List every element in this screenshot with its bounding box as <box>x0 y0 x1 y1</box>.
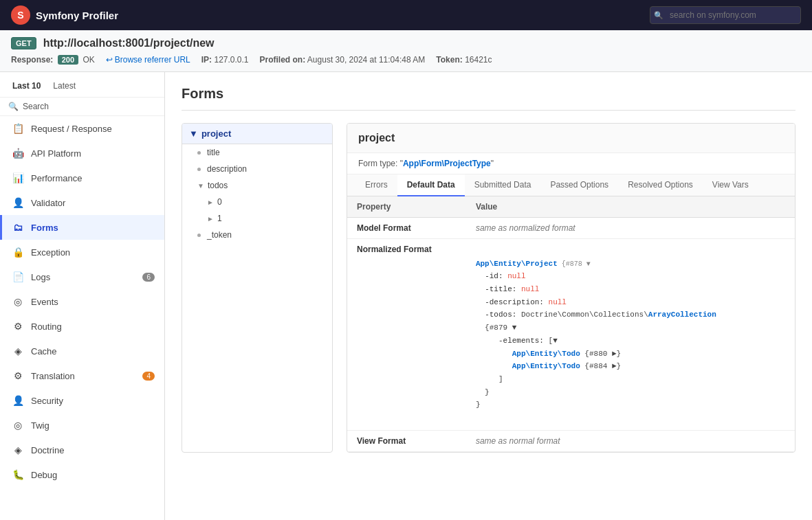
sidebar-item-logs[interactable]: 📄Logs6 <box>0 264 164 289</box>
tab-view-vars[interactable]: View Vars <box>703 174 758 196</box>
tab-last10[interactable]: Last 10 <box>8 79 45 93</box>
sidebar-label-performance: Performance <box>31 173 82 183</box>
tree-item-token[interactable]: _token <box>182 227 332 243</box>
val-model-format: same as normalized format <box>466 218 795 239</box>
expand-icon: ► <box>207 215 214 223</box>
twig-icon: ◎ <box>12 419 24 431</box>
tab-latest[interactable]: Latest <box>49 79 80 93</box>
tree-item-0[interactable]: ► 0 <box>182 194 332 210</box>
tab-passed-options[interactable]: Passed Options <box>540 174 618 196</box>
tab-errors[interactable]: Errors <box>355 174 397 196</box>
sidebar-item-routing[interactable]: ⚙Routing <box>0 314 164 339</box>
collapse-icon: ▼ <box>189 128 198 139</box>
todo-884-link[interactable]: App\Entity\Todo <box>512 362 580 370</box>
routing-icon: ⚙ <box>12 320 24 332</box>
app-logo: S Symfony Profiler <box>11 5 118 25</box>
sidebar-item-twig[interactable]: ◎Twig <box>0 413 164 438</box>
tree-item-todos[interactable]: ▼ todos <box>182 177 332 194</box>
prop-normalized-format: Normalized Format <box>347 239 466 431</box>
dot-icon <box>197 234 201 237</box>
debug-icon: 🐛 <box>12 468 24 481</box>
api-platform-icon: 🤖 <box>12 147 24 159</box>
ip-display: IP: 127.0.0.1 <box>201 55 249 65</box>
tree-item-1[interactable]: ► 1 <box>182 210 332 227</box>
app-title: Symfony Profiler <box>36 10 118 21</box>
expand-icon: ► <box>207 199 214 206</box>
form-type-link[interactable]: App\Form\ProjectType <box>403 159 491 168</box>
security-icon: 👤 <box>12 394 24 407</box>
browse-referrer-link[interactable]: ↩ Browse referrer URL <box>106 55 190 65</box>
tree-item-description[interactable]: description <box>182 161 332 177</box>
sidebar-item-api-platform[interactable]: 🤖API Platform <box>0 141 164 166</box>
sidebar-item-doctrine[interactable]: ◈Doctrine <box>0 438 164 462</box>
detail-title: project <box>347 124 795 153</box>
search-icon: 🔍 <box>8 102 19 111</box>
detail-panel: project Form type: "App\Form\ProjectType… <box>347 123 795 453</box>
todo-880-link[interactable]: App\Entity\Todo <box>512 350 580 358</box>
sidebar-item-exception[interactable]: 🔒Exception <box>0 240 164 264</box>
prop-model-format: Model Format <box>347 218 466 239</box>
sidebar-item-events[interactable]: ◎Events <box>0 289 164 314</box>
sidebar-label-twig: Twig <box>31 420 50 431</box>
tab-bar: ErrorsDefault DataSubmitted DataPassed O… <box>347 174 795 196</box>
val-normalized-format: App\Entity\Project {#878 ▼ -id: null -ti… <box>466 239 795 431</box>
doctrine-icon: ◈ <box>12 444 24 456</box>
sidebar-item-forms[interactable]: 🗂Forms <box>0 215 164 240</box>
detail-table: Property Value Model Format same as norm… <box>347 196 795 452</box>
sidebar-label-request-response: Request / Response <box>31 124 112 134</box>
request-response-icon: 📋 <box>12 122 24 135</box>
top-search-area <box>650 6 801 24</box>
badge-translation: 4 <box>142 372 155 381</box>
sidebar-label-api-platform: API Platform <box>31 148 81 159</box>
expand-icon: ▼ <box>197 182 204 190</box>
sidebar-item-validator[interactable]: 👤Validator <box>0 190 164 215</box>
sidebar-label-cache: Cache <box>31 346 57 357</box>
response-label: Response: 200 OK <box>11 55 95 65</box>
sidebar-item-cache[interactable]: ◈Cache <box>0 339 164 363</box>
status-code-badge: 200 <box>58 55 78 65</box>
request-url-text: http://localhost:8001/project/new <box>43 37 215 49</box>
sidebar-label-routing: Routing <box>31 321 62 332</box>
app-entity-project-link[interactable]: App\Entity\Project <box>476 260 558 268</box>
request-url-row: GET http://localhost:8001/project/new <box>11 37 801 49</box>
table-row: Model Format same as normalized format <box>347 218 795 239</box>
sidebar-item-security[interactable]: 👤Security <box>0 388 164 413</box>
col-property: Property <box>347 196 466 218</box>
tab-submitted-data[interactable]: Submitted Data <box>465 174 541 196</box>
token-display: Token: 16421c <box>436 55 492 65</box>
form-tree-root[interactable]: ▼ project <box>182 124 332 144</box>
cache-icon: ◈ <box>12 345 24 357</box>
logs-icon: 📄 <box>12 271 24 283</box>
badge-logs: 6 <box>142 273 155 282</box>
col-value: Value <box>466 196 795 218</box>
tab-default-data[interactable]: Default Data <box>397 174 465 196</box>
sidebar-label-doctrine: Doctrine <box>31 445 64 455</box>
sidebar-tabs: Last 10 Latest <box>0 72 164 98</box>
prop-view-format: View Format <box>347 430 466 451</box>
forms-layout: ▼ project title description ▼ todos ► <box>182 123 795 453</box>
form-type-line: Form type: "App\Form\ProjectType" <box>347 153 795 174</box>
sidebar-label-exception: Exception <box>31 247 70 258</box>
table-row: Normalized Format App\Entity\Project {#8… <box>347 239 795 431</box>
tab-resolved-options[interactable]: Resolved Options <box>618 174 703 196</box>
array-collection-link[interactable]: ArrayCollection <box>648 310 716 319</box>
tree-item-title[interactable]: title <box>182 144 332 161</box>
normalized-code: App\Entity\Project {#878 ▼ -id: null -ti… <box>476 245 785 425</box>
sidebar-label-debug: Debug <box>31 470 57 480</box>
http-method-badge: GET <box>11 37 36 49</box>
sidebar-item-performance[interactable]: 📊Performance <box>0 166 164 190</box>
performance-icon: 📊 <box>12 172 24 184</box>
sidebar-search-button[interactable]: 🔍 Search <box>0 98 164 116</box>
symfony-search-input[interactable] <box>650 6 801 24</box>
sidebar-item-request-response[interactable]: 📋Request / Response <box>0 116 164 141</box>
form-tree: ▼ project title description ▼ todos ► <box>182 123 333 453</box>
sidebar-item-debug[interactable]: 🐛Debug <box>0 462 164 487</box>
sidebar-label-forms: Forms <box>31 223 58 233</box>
profiled-on-display: Profiled on: August 30, 2024 at 11:04:48… <box>260 55 426 65</box>
top-bar: S Symfony Profiler <box>0 0 812 30</box>
sidebar: Last 10 Latest 🔍 Search 📋Request / Respo… <box>0 72 165 520</box>
logo-icon: S <box>11 5 30 25</box>
sidebar-item-translation[interactable]: ⚙Translation4 <box>0 363 164 388</box>
sidebar-label-validator: Validator <box>31 198 65 208</box>
dot-icon <box>197 168 201 171</box>
